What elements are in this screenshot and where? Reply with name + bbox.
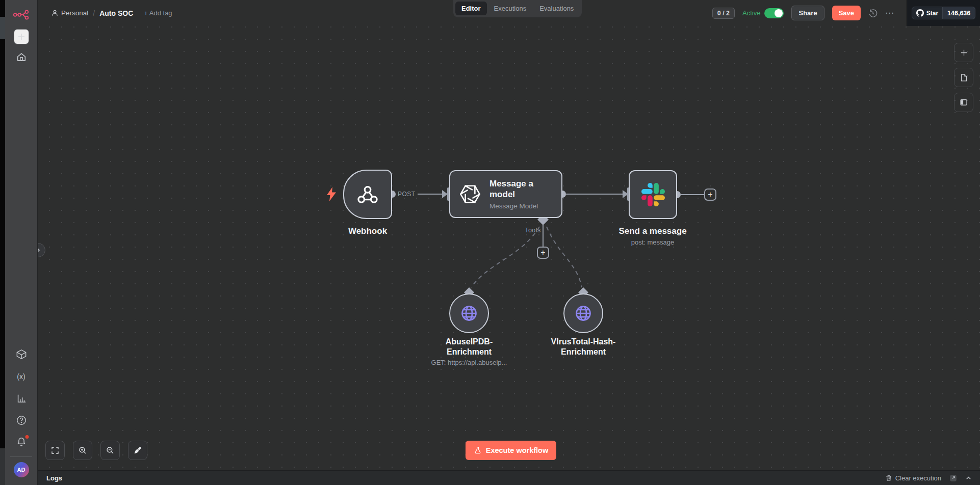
tab-executions[interactable]: Executions <box>488 2 533 15</box>
tools-port-label: Tools <box>515 227 551 234</box>
left-sidebar: (x) AD <box>5 0 38 485</box>
sticky-note-button[interactable] <box>954 68 973 87</box>
tidy-up-button[interactable] <box>128 441 147 460</box>
active-label: Active <box>742 9 760 17</box>
more-menu-icon[interactable]: ⋯ <box>885 8 894 18</box>
github-star-widget[interactable]: Star 146,636 <box>912 7 976 19</box>
save-button[interactable]: Save <box>832 6 861 20</box>
person-icon <box>51 10 58 16</box>
view-tabs: Editor Executions Evaluations <box>453 0 582 17</box>
add-tag-button[interactable]: + Add tag <box>144 9 172 17</box>
workflow-canvas[interactable]: Webhook POST Message a model Message Mod… <box>38 26 980 470</box>
node-title-model: Message a model <box>489 178 547 200</box>
slack-icon <box>641 183 665 206</box>
main-area: Personal / Auto SOC + Add tag 0 / 2 Acti… <box>38 0 980 485</box>
connection-edges <box>38 26 980 470</box>
pop-out-icon[interactable] <box>949 474 957 482</box>
logs-title: Logs <box>46 474 62 482</box>
toggle-knob <box>775 9 783 17</box>
templates-icon[interactable] <box>15 348 27 360</box>
tab-editor[interactable]: Editor <box>455 2 487 15</box>
logs-bar[interactable]: Logs Clear execution <box>38 470 980 485</box>
node-virustotal-tool[interactable] <box>563 293 603 333</box>
variables-icon[interactable]: (x) <box>17 372 25 381</box>
zoom-out-button[interactable] <box>100 441 120 460</box>
workflow-name[interactable]: Auto SOC <box>99 9 133 17</box>
notification-dot <box>25 435 29 439</box>
issues-counter-badge[interactable]: 0 / 2 <box>712 8 735 19</box>
clear-execution-button[interactable]: Clear execution <box>885 474 941 482</box>
node-label-webhook: Webhook <box>327 226 408 236</box>
node-send-a-message[interactable] <box>629 170 677 219</box>
open-nodes-panel-button[interactable] <box>954 43 973 62</box>
trash-icon <box>885 474 892 481</box>
header-controls: 0 / 2 Active Share Save ⋯ <box>712 0 894 26</box>
insights-icon[interactable] <box>16 393 27 404</box>
flask-icon <box>474 446 482 454</box>
globe-icon <box>574 304 592 322</box>
collapse-chevron-icon[interactable] <box>965 475 972 481</box>
github-star-count: 146,636 <box>943 7 975 19</box>
n8n-logo-icon[interactable] <box>13 9 30 21</box>
history-icon[interactable] <box>868 9 878 18</box>
node-sub-slack: post: message <box>612 238 693 246</box>
node-message-a-model[interactable]: Message a model Message Model <box>449 170 562 218</box>
zoom-in-button[interactable] <box>73 441 92 460</box>
zoom-to-fit-button[interactable] <box>45 441 65 460</box>
help-icon[interactable] <box>16 415 27 426</box>
github-zone: Star 146,636 <box>907 0 980 26</box>
trigger-bolt-icon <box>327 187 336 201</box>
node-sub-abuseipdb: GET: https://api.abuseip... <box>423 359 515 366</box>
node-label-virustotal: VIrusTotal-Hash-Enrichment <box>537 337 629 357</box>
edge-strip-segment <box>0 17 5 39</box>
toggle-panel-button[interactable] <box>954 93 973 112</box>
active-toggle[interactable] <box>764 8 784 18</box>
broom-icon <box>133 446 142 455</box>
node-label-slack: Send a message <box>612 226 693 236</box>
window-edge-strip <box>0 0 5 485</box>
add-workflow-button[interactable] <box>14 29 29 44</box>
share-button[interactable]: Share <box>791 6 824 20</box>
edge-strip-segment <box>0 448 5 485</box>
globe-icon <box>460 304 478 322</box>
breadcrumb-separator: / <box>93 9 95 17</box>
project-crumb[interactable]: Personal <box>51 9 88 17</box>
add-next-node-button[interactable]: + <box>704 188 716 201</box>
execute-workflow-button[interactable]: Execute workflow <box>466 441 556 460</box>
node-abuseipdb-tool[interactable] <box>449 293 489 333</box>
github-icon <box>916 9 924 17</box>
home-icon[interactable] <box>16 51 27 63</box>
webhook-icon <box>356 183 379 206</box>
sidebar-divider <box>10 456 32 457</box>
node-webhook[interactable] <box>343 170 392 219</box>
openai-icon <box>458 182 482 206</box>
webhook-output-port-label: POST <box>398 191 416 198</box>
github-star-label: Star <box>926 10 938 17</box>
n8n-workflow-editor: (x) AD <box>0 0 980 485</box>
tab-evaluations[interactable]: Evaluations <box>533 2 580 15</box>
node-subtitle-model: Message Model <box>489 202 547 210</box>
breadcrumb: Personal / Auto SOC + Add tag <box>51 0 172 26</box>
notifications-bell-icon[interactable] <box>15 436 27 448</box>
node-label-abuseipdb: AbuseIPDB-Enrichment <box>423 337 515 357</box>
add-tool-button[interactable]: + <box>537 247 549 259</box>
avatar[interactable]: AD <box>14 462 29 477</box>
